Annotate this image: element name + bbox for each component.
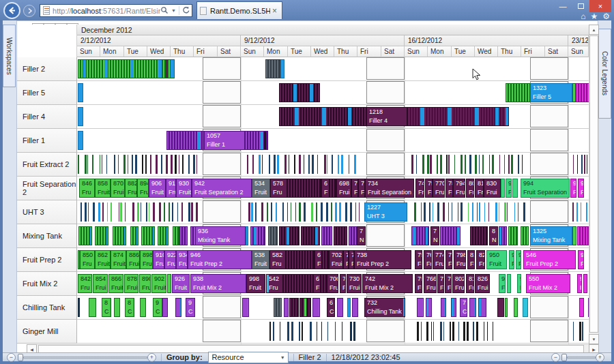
resource-row-label[interactable]: Filler 4	[17, 105, 77, 129]
task-bar[interactable]: 80Fr	[466, 179, 474, 198]
task-bar[interactable]: 802Frui	[452, 274, 465, 293]
task-bar-thin[interactable]	[477, 202, 478, 222]
task-bar-thin[interactable]	[341, 155, 343, 174]
task-bar-thin[interactable]	[137, 202, 139, 222]
task-bar-thin[interactable]	[577, 155, 578, 174]
task-bar[interactable]: 826Frui	[475, 274, 490, 293]
task-bar-thin[interactable]	[518, 202, 518, 222]
task-bar[interactable]	[140, 298, 146, 317]
task-bar[interactable]	[246, 226, 248, 245]
task-bar-thin[interactable]	[460, 155, 463, 174]
task-bar-thin[interactable]	[338, 155, 339, 174]
task-bar[interactable]: 730Frui	[347, 274, 362, 293]
task-bar[interactable]	[299, 298, 311, 317]
task-bar[interactable]	[166, 131, 204, 150]
task-bar[interactable]	[245, 131, 268, 150]
task-bar[interactable]	[274, 298, 282, 317]
task-bar[interactable]: 942Fruit Separation 2	[192, 179, 252, 198]
task-bar[interactable]	[417, 298, 424, 317]
task-bar[interactable]: 994Fruit Separation 2	[521, 179, 570, 198]
task-bar-thin[interactable]	[311, 202, 313, 222]
task-bar[interactable]: 946Fruit Prep 2	[188, 250, 252, 269]
task-bar-thin[interactable]	[289, 155, 289, 174]
task-bar[interactable]	[312, 298, 320, 317]
task-bar[interactable]: 870Frui	[111, 179, 125, 198]
task-bar-thin[interactable]	[582, 322, 583, 341]
task-bar-thin[interactable]	[100, 155, 100, 174]
task-bar-thin[interactable]	[145, 155, 147, 174]
task-bar-thin[interactable]	[452, 202, 452, 222]
task-bar-thin[interactable]	[252, 155, 254, 174]
task-bar-thin[interactable]	[159, 202, 161, 222]
task-bar[interactable]	[279, 226, 299, 245]
row-zoom-in-button[interactable]: +	[596, 353, 604, 362]
settings-gear-icon[interactable]: ⚙	[602, 12, 610, 21]
task-bar[interactable]	[280, 59, 284, 78]
task-bar[interactable]: 9F	[506, 179, 512, 198]
task-bar-thin[interactable]	[484, 202, 485, 222]
task-bar[interactable]	[321, 226, 332, 245]
task-bar-thin[interactable]	[119, 202, 119, 222]
task-bar[interactable]	[497, 298, 504, 317]
task-bar[interactable]: 78Fr	[445, 250, 452, 269]
task-bar[interactable]	[426, 298, 432, 317]
task-bar-thin[interactable]	[93, 202, 95, 222]
task-bar-thin[interactable]	[355, 202, 356, 222]
task-bar-thin[interactable]	[123, 155, 126, 174]
task-bar-thin[interactable]	[433, 322, 434, 341]
task-bar-thin[interactable]	[458, 202, 458, 222]
task-bar[interactable]	[279, 83, 320, 102]
task-bar[interactable]	[577, 226, 589, 245]
task-bar-thin[interactable]	[321, 322, 322, 341]
task-bar[interactable]	[441, 298, 446, 317]
task-bar[interactable]: 9F	[578, 250, 584, 269]
task-bar[interactable]	[353, 322, 355, 341]
task-bar-thin[interactable]	[426, 322, 428, 341]
task-bar[interactable]	[167, 274, 171, 293]
task-bar-thin[interactable]	[304, 155, 304, 174]
task-bar[interactable]: 81Fr	[466, 274, 474, 293]
resource-row-label[interactable]: Fruit Separation 2	[17, 177, 77, 200]
task-bar-thin[interactable]	[339, 202, 341, 222]
task-bar-thin[interactable]	[120, 202, 122, 222]
resource-row-label[interactable]: Filler 5	[17, 81, 77, 105]
task-bar-thin[interactable]	[581, 202, 581, 222]
task-bar-thin[interactable]	[181, 202, 183, 222]
task-bar-thin[interactable]	[149, 202, 149, 222]
task-bar-thin[interactable]	[88, 202, 89, 222]
task-bar-thin[interactable]	[277, 155, 279, 174]
scroll-up-icon[interactable]: ▲	[589, 25, 599, 35]
task-bar-thin[interactable]	[153, 202, 155, 222]
task-bar-thin[interactable]	[172, 202, 173, 222]
task-bar[interactable]: 830Frui	[484, 179, 501, 198]
task-bar[interactable]: 794Frui	[453, 179, 465, 198]
task-bar-thin[interactable]	[78, 155, 79, 174]
task-bar[interactable]	[113, 226, 126, 245]
task-bar-thin[interactable]	[299, 322, 300, 341]
task-bar[interactable]	[78, 59, 175, 78]
task-bar-thin[interactable]	[460, 202, 463, 222]
task-bar-thin[interactable]	[118, 155, 119, 174]
task-bar-thin[interactable]	[106, 155, 107, 174]
task-bar-thin[interactable]	[308, 155, 310, 174]
task-bar-thin[interactable]	[271, 202, 272, 222]
task-bar[interactable]: 930Fruit	[176, 179, 192, 198]
task-bar-thin[interactable]	[489, 155, 490, 174]
task-bar[interactable]: 878Fruit	[124, 274, 138, 293]
task-bar[interactable]	[289, 298, 299, 317]
task-bar[interactable]: 75Fr	[425, 179, 433, 198]
task-bar[interactable]: 71Fr	[351, 179, 358, 198]
task-bar-thin[interactable]	[282, 202, 284, 222]
zoom-in-button[interactable]: +	[147, 353, 156, 362]
task-bar[interactable]	[78, 83, 83, 102]
task-bar[interactable]: 846Fru	[79, 179, 95, 198]
task-bar[interactable]: 742Fruit Mix 2	[362, 274, 413, 293]
resource-row-label[interactable]: Fruit Extract 2	[17, 153, 77, 177]
vertical-scrollbar-thumb[interactable]	[589, 35, 598, 333]
task-bar-thin[interactable]	[81, 202, 82, 222]
task-bar[interactable]: 702Frui	[329, 250, 343, 269]
tab-close-icon[interactable]: ×	[270, 6, 279, 16]
task-bar-thin[interactable]	[247, 155, 248, 174]
task-bar-thin[interactable]	[448, 202, 449, 222]
task-bar-thin[interactable]	[354, 155, 356, 174]
